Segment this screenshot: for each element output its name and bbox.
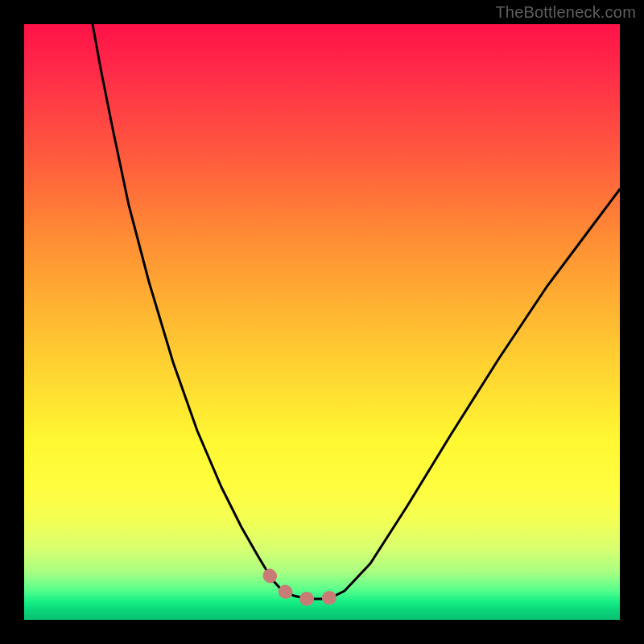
chart-frame: TheBottleneck.com — [0, 0, 644, 644]
bottleneck-curve — [93, 24, 620, 599]
optimal-range-marker — [270, 576, 341, 599]
plot-area — [24, 24, 620, 620]
watermark-text: TheBottleneck.com — [495, 3, 636, 22]
curve-layer — [24, 24, 620, 620]
